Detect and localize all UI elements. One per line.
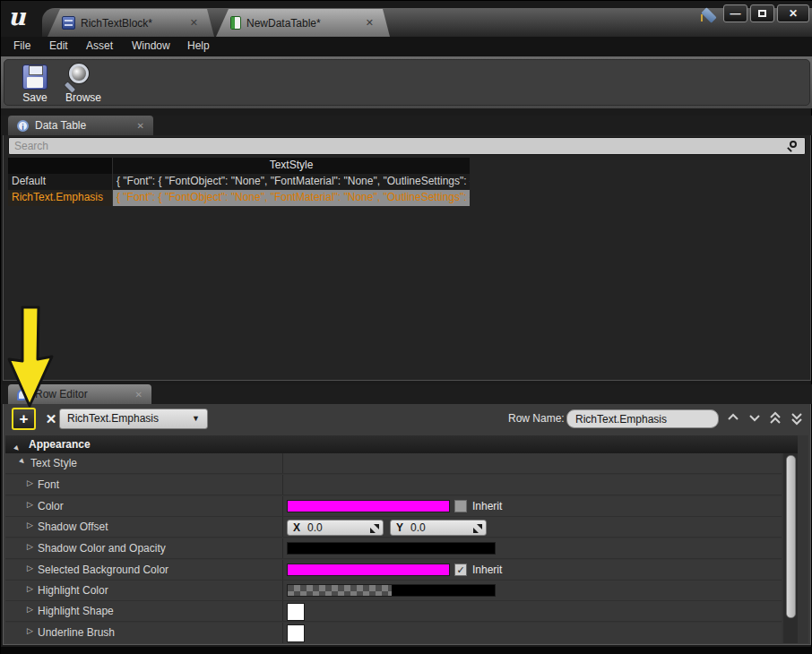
save-label: Save bbox=[10, 91, 60, 104]
menu-window[interactable]: Window bbox=[132, 39, 170, 52]
add-row-button[interactable]: + bbox=[12, 408, 36, 430]
property-row-shadow-offset[interactable]: ▷ Shadow Offset X0.0 Y0.0 bbox=[5, 517, 782, 538]
close-icon[interactable]: ✕ bbox=[190, 17, 205, 29]
expanded-arrow-icon: ▼ bbox=[16, 455, 28, 467]
property-label: Text Style bbox=[30, 457, 77, 469]
move-row-up-button[interactable] bbox=[726, 411, 742, 426]
property-label: Underline Brush bbox=[38, 626, 115, 639]
property-row-highlight-color[interactable]: ▷ Highlight Color bbox=[5, 581, 782, 601]
data-table-tab-icon: i bbox=[17, 120, 29, 132]
color-swatch-bar-with-alpha[interactable] bbox=[287, 584, 496, 597]
row-name-column-header[interactable] bbox=[8, 158, 113, 174]
cap-board bbox=[701, 7, 717, 23]
property-row-font[interactable]: ▷ Font bbox=[5, 475, 782, 495]
tab-label: Data Table bbox=[35, 119, 86, 132]
collapsed-arrow-icon[interactable]: ▷ bbox=[27, 584, 33, 593]
shadow-offset-x-spinbox[interactable]: X0.0 bbox=[287, 520, 384, 536]
title-bar: u RichTextBlock* ✕ NewDataTable* ✕ — ✕ bbox=[1, 1, 812, 37]
details-scrollbar-track[interactable] bbox=[783, 453, 798, 643]
axis-value: 0.0 bbox=[410, 521, 426, 534]
close-icon[interactable]: ✕ bbox=[137, 121, 144, 131]
maximize-button[interactable] bbox=[750, 4, 774, 22]
shadow-offset-y-spinbox[interactable]: Y0.0 bbox=[390, 520, 487, 536]
axis-value: 0.0 bbox=[307, 521, 323, 534]
collapsed-arrow-icon[interactable]: ▷ bbox=[27, 542, 33, 551]
search-input[interactable] bbox=[8, 137, 806, 155]
property-row-text-style[interactable]: ▼ Text Style bbox=[5, 453, 782, 474]
brush-image-swatch[interactable] bbox=[287, 624, 305, 642]
main-toolbar: Save Browse bbox=[1, 56, 812, 108]
row-select-dropdown[interactable]: RichText.Emphasis ▼ bbox=[59, 409, 208, 429]
tab-data-table[interactable]: i Data Table ✕ bbox=[8, 116, 153, 135]
move-row-top-button[interactable] bbox=[768, 411, 784, 426]
collapsed-arrow-icon[interactable]: ▷ bbox=[27, 521, 33, 529]
property-row-color[interactable]: ▷ Color Inherit bbox=[5, 496, 782, 517]
property-label: Highlight Shape bbox=[38, 605, 114, 617]
browse-button[interactable]: Browse bbox=[58, 62, 108, 105]
details-panel: ▼ Appearance ▼ Text Style ▷ Font ▷ Color… bbox=[5, 435, 808, 643]
close-icon[interactable]: ✕ bbox=[135, 390, 143, 400]
collapsed-arrow-icon[interactable]: ▷ bbox=[27, 500, 33, 509]
opaque-color bbox=[392, 585, 495, 596]
property-row-highlight-shape[interactable]: ▷ Highlight Shape bbox=[5, 601, 782, 622]
widget-blueprint-icon bbox=[62, 16, 75, 30]
close-icon[interactable]: ✕ bbox=[366, 17, 381, 29]
inherit-label: Inherit bbox=[472, 500, 502, 512]
data-table-asset-icon bbox=[230, 16, 241, 30]
collapsed-arrow-icon[interactable]: ▷ bbox=[27, 478, 33, 487]
row-name-cell: RichText.Emphasis bbox=[8, 190, 113, 206]
doc-tab-newdatatable[interactable]: NewDataTable* ✕ bbox=[216, 9, 390, 37]
property-label: Color bbox=[38, 500, 64, 512]
doc-tab-label: RichTextBlock* bbox=[81, 17, 152, 30]
row-editor-tab-icon bbox=[17, 389, 29, 400]
property-label: Shadow Offset bbox=[38, 521, 108, 533]
menu-bar: File Edit Asset Window Help bbox=[1, 37, 812, 56]
row-name-input[interactable] bbox=[566, 409, 719, 428]
move-row-bottom-button[interactable] bbox=[790, 411, 806, 426]
collapsed-arrow-icon[interactable]: ▷ bbox=[27, 626, 33, 635]
save-button[interactable]: Save bbox=[10, 62, 60, 105]
inherit-checkbox-unchecked[interactable] bbox=[454, 500, 467, 512]
row-editor-toolbar: + ✕ RichText.Emphasis ▼ Row Name: bbox=[4, 404, 810, 435]
move-row-down-button[interactable] bbox=[747, 411, 764, 426]
tutorial-graduation-cap-icon[interactable] bbox=[700, 8, 720, 22]
menu-file[interactable]: File bbox=[13, 39, 30, 52]
category-appearance[interactable]: ▼ Appearance bbox=[5, 435, 798, 453]
browse-label: Browse bbox=[58, 91, 108, 104]
toolbar-panel: Save Browse bbox=[4, 59, 810, 106]
collapsed-arrow-icon[interactable]: ▷ bbox=[27, 564, 33, 572]
magnifier-icon bbox=[69, 64, 89, 83]
axis-label: X bbox=[293, 521, 300, 534]
menu-asset[interactable]: Asset bbox=[86, 39, 113, 52]
collapsed-arrow-icon[interactable]: ▷ bbox=[27, 605, 33, 614]
alpha-checker bbox=[288, 585, 392, 596]
window-controls: — ✕ bbox=[723, 4, 809, 22]
category-label: Appearance bbox=[29, 438, 91, 451]
property-row-underline-brush[interactable]: ▷ Underline Brush bbox=[5, 623, 782, 643]
details-scrollbar-thumb[interactable] bbox=[786, 455, 796, 618]
search-icon bbox=[790, 141, 797, 148]
inherit-label: Inherit bbox=[472, 564, 502, 576]
remove-row-button[interactable]: ✕ bbox=[41, 409, 61, 429]
row-select-value: RichText.Emphasis bbox=[67, 412, 159, 425]
minimize-button[interactable]: — bbox=[723, 4, 747, 22]
property-row-selected-background-color[interactable]: ▷ Selected Background Color ✓ Inherit bbox=[5, 560, 782, 581]
close-window-button[interactable]: ✕ bbox=[777, 4, 809, 22]
property-row-shadow-color[interactable]: ▷ Shadow Color and Opacity bbox=[5, 538, 782, 559]
tab-row-editor[interactable]: Row Editor ✕ bbox=[8, 384, 151, 404]
menu-help[interactable]: Help bbox=[187, 39, 210, 52]
brush-image-swatch[interactable] bbox=[287, 603, 305, 621]
table-row-richtext-emphasis-selected[interactable]: RichText.Emphasis { "Font": { "FontObjec… bbox=[8, 190, 470, 206]
cap-tassel bbox=[701, 14, 703, 22]
table-row-default[interactable]: Default { "Font": { "FontObject": "None"… bbox=[8, 174, 470, 190]
maximize-icon bbox=[758, 10, 766, 17]
color-swatch-bar[interactable] bbox=[287, 542, 496, 555]
color-swatch-bar[interactable] bbox=[287, 564, 450, 576]
color-swatch-bar[interactable] bbox=[287, 500, 450, 512]
inherit-checkbox-checked[interactable]: ✓ bbox=[454, 564, 467, 576]
property-label: Highlight Color bbox=[38, 584, 108, 597]
doc-tab-richtextblock[interactable]: RichTextBlock* ✕ bbox=[48, 9, 214, 37]
textstyle-column-header[interactable]: TextStyle bbox=[113, 158, 470, 174]
drag-diagonal-icon bbox=[370, 524, 379, 533]
menu-edit[interactable]: Edit bbox=[49, 39, 68, 52]
